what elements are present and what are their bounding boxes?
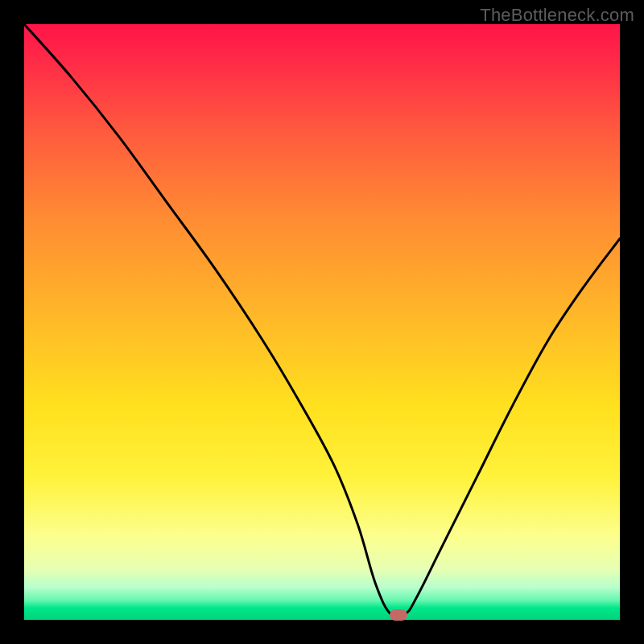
watermark-text: TheBottleneck.com [480, 5, 634, 26]
chart-frame: TheBottleneck.com [0, 0, 644, 644]
bottleneck-curve [24, 24, 620, 620]
plot-area [24, 24, 620, 620]
optimal-point-marker [390, 609, 407, 621]
